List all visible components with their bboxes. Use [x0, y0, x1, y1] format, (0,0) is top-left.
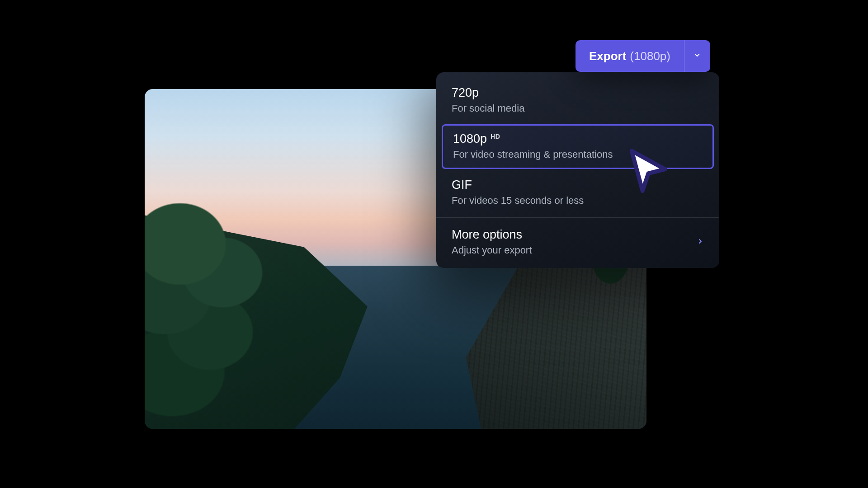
export-dropdown-toggle[interactable] [684, 40, 710, 72]
option-subtitle: For video streaming & presentations [453, 149, 703, 160]
resolution-option-gif[interactable]: GIF For videos 15 seconds or less [436, 171, 719, 215]
dropdown-separator [436, 217, 719, 218]
resolution-option-1080p[interactable]: 1080p HD For video streaming & presentat… [442, 124, 714, 169]
option-title: 720p [452, 86, 479, 100]
chevron-right-icon [697, 238, 704, 247]
resolution-option-720p[interactable]: 720p For social media [436, 79, 719, 122]
export-button[interactable]: Export (1080p) [576, 40, 684, 72]
more-options-item[interactable]: More options Adjust your export [436, 221, 719, 265]
option-subtitle: For videos 15 seconds or less [452, 195, 704, 206]
export-resolution: (1080p) [630, 49, 670, 63]
chevron-down-icon [693, 51, 701, 61]
export-resolution-dropdown: 720p For social media 1080p HD For video… [436, 72, 719, 268]
option-title: GIF [452, 178, 472, 192]
option-title: 1080p [453, 132, 487, 146]
preview-foliage-left [145, 201, 386, 429]
export-split-button: Export (1080p) [576, 40, 710, 72]
export-label: Export [589, 49, 626, 63]
option-subtitle: For social media [452, 103, 704, 114]
more-options-title: More options [452, 228, 532, 242]
hd-badge: HD [491, 133, 500, 140]
more-options-subtitle: Adjust your export [452, 244, 532, 256]
